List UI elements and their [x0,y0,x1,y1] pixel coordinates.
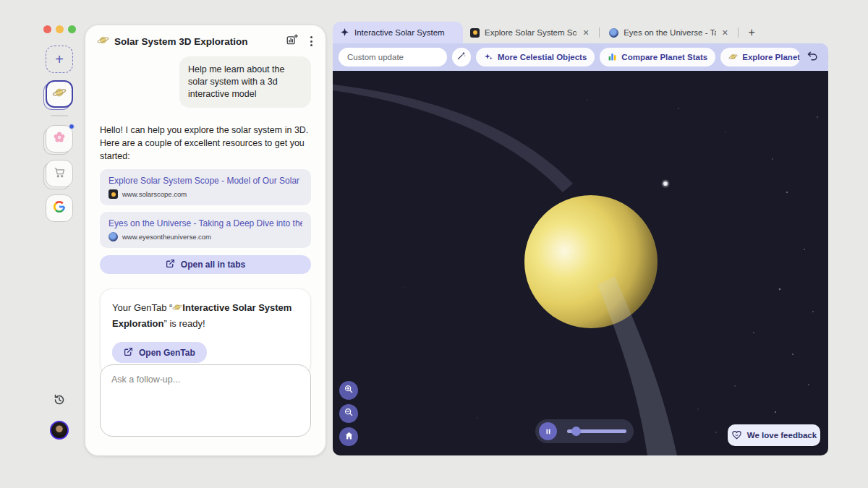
tab-interactive-solar-system[interactable]: Interactive Solar System Explor... [333,22,463,43]
gentab-ready-card: Your GenTab “Interactive Solar System Ex… [100,288,311,375]
speed-slider-thumb[interactable] [571,427,581,436]
launcher-rail: + [46,46,73,229]
link-card[interactable]: Eyes on the Universe - Taking a Deep Div… [100,212,311,248]
saturn-icon [728,52,738,63]
close-tab-icon[interactable]: × [721,27,728,38]
assistant-message: Hello! I can help you explore the solar … [100,124,311,163]
sidebar-item-blossom[interactable] [46,125,73,153]
redo-icon [826,50,828,65]
gentab-suffix: ” is ready! [164,318,205,329]
tab-solar-system-scope[interactable]: Explore Solar System Scope - × [463,22,597,43]
chat-thread: Help me learn about the solar system wit… [85,53,326,375]
open-in-new-icon [166,259,175,270]
tool-button-label: Compare Planet Stats [621,53,707,61]
zoom-in-button[interactable] [339,381,358,400]
add-to-canvas-icon[interactable] [286,33,299,49]
bar-chart-icon [608,52,617,63]
link-url: www.eyesontheuniverse.com [122,233,211,241]
google-icon [53,200,66,216]
tab-title: Interactive Solar System Explor... [354,28,447,37]
open-in-new-icon [124,347,133,359]
pause-icon [545,425,552,438]
planet-saturn[interactable] [524,195,658,328]
gentab-toolbar: More Celestial Objects Compare Planet St… [333,43,828,71]
open-all-label: Open all in tabs [181,260,245,270]
history-button[interactable] [53,393,66,406]
magic-wand-icon [456,51,467,64]
solarscope-favicon [470,28,480,38]
browser-tab-strip: Interactive Solar System Explor... Explo… [333,22,828,43]
saturn-icon [172,302,182,317]
eyesuniverse-favicon [609,28,618,38]
cart-icon [54,166,66,181]
tab-separator [738,27,739,38]
close-tab-icon[interactable]: × [582,27,590,38]
new-tab-button[interactable]: + [748,26,754,39]
compare-planet-stats-button[interactable]: Compare Planet Stats [600,48,715,67]
kebab-menu-icon[interactable] [309,35,314,48]
saturn-icon [97,34,109,49]
more-celestial-objects-button[interactable]: More Celestial Objects [476,48,595,67]
gentab-prefix: Your GenTab “ [112,302,172,313]
eyesuniverse-favicon [109,232,118,241]
home-view-button[interactable] [339,427,358,446]
blossom-icon [53,131,66,147]
redo-button[interactable] [825,50,828,64]
heart-face-icon [731,429,742,442]
undo-button[interactable] [805,50,820,64]
chat-panel: Solar System 3D Exploration Help me lear… [85,25,326,455]
sidebar-item-google[interactable] [46,194,73,222]
zoom-controls [339,381,358,446]
feedback-button[interactable]: We love feedback [728,424,820,446]
tab-title: Explore Solar System Scope - [485,28,577,37]
saturn-icon [52,85,67,103]
window-controls [43,25,76,33]
zoom-in-icon [344,384,354,397]
open-gentab-label: Open GenTab [139,348,195,358]
home-icon [344,430,354,443]
rail-divider [51,115,68,116]
new-tab-group-button[interactable]: + [46,46,73,73]
zoom-out-icon [344,407,354,420]
playback-controls [535,419,634,443]
custom-update-input[interactable] [339,48,447,67]
follow-up-input[interactable] [100,364,311,437]
tab-title: Eyes on the Universe - Taking [624,28,716,37]
link-title: Explore Solar System Scope - Model of Ou… [109,176,302,186]
moon[interactable] [663,181,668,186]
tool-button-label: Explore Planet Surfa [742,53,800,61]
zoom-out-button[interactable] [339,404,358,423]
history-icon [53,396,66,408]
user-avatar[interactable] [50,421,69,440]
sparkle-icon [340,27,349,38]
maximize-window-button[interactable] [68,25,76,33]
gentab-ready-message: Your GenTab “Interactive Solar System Ex… [112,301,299,330]
solar-system-3d-viewport[interactable]: We love feedback [333,71,828,455]
explore-planet-surface-button[interactable]: Explore Planet Surfa [720,48,800,67]
link-card[interactable]: Explore Solar System Scope - Model of Ou… [100,169,311,205]
tab-separator [599,27,600,38]
pause-button[interactable] [539,422,557,440]
solar-system-scene [333,71,828,455]
notification-dot [69,124,75,129]
open-all-in-tabs-button[interactable]: Open all in tabs [100,255,311,274]
sparkles-icon [484,52,493,63]
chat-header: Solar System 3D Exploration [85,25,326,53]
chat-title: Solar System 3D Exploration [114,36,248,47]
magic-wand-button[interactable] [452,48,471,67]
undo-icon [807,50,819,65]
orbit-ring-back [333,84,573,192]
open-gentab-button[interactable]: Open GenTab [112,342,207,363]
tool-button-label: More Celestial Objects [498,53,587,61]
link-url: www.solarscope.com [122,190,187,198]
minimize-window-button[interactable] [56,25,64,33]
close-window-button[interactable] [43,25,51,33]
link-title: Eyes on the Universe - Taking a Deep Div… [109,218,302,228]
user-message: Help me learn about the solar system wit… [179,56,311,108]
speed-slider[interactable] [567,427,626,436]
plus-icon: + [55,51,64,68]
sidebar-item-solar-system[interactable] [46,80,73,108]
sidebar-item-shopping[interactable] [46,160,73,187]
solarscope-favicon [109,189,118,199]
tab-eyes-on-universe[interactable]: Eyes on the Universe - Taking × [602,22,736,43]
